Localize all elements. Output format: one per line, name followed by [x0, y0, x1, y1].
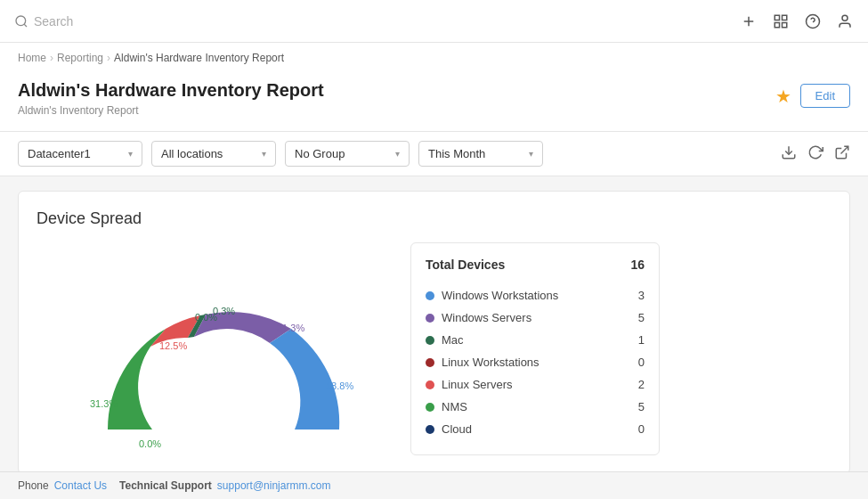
- breadcrumb: Home › Reporting › Aldwin's Hardware Inv…: [0, 43, 868, 73]
- legend-dot: [426, 425, 434, 434]
- contact-link[interactable]: Contact Us: [54, 479, 107, 492]
- group-filter[interactable]: No Group ▾: [285, 141, 410, 167]
- legend-dot: [426, 291, 434, 300]
- legend-rows: Windows Workstations 3 Windows Servers 5…: [426, 284, 645, 440]
- period-filter[interactable]: This Month ▾: [418, 141, 543, 167]
- search-placeholder: Search: [34, 14, 73, 29]
- search-icon: [14, 14, 28, 29]
- legend-count: 3: [638, 289, 645, 302]
- legend-row: Linux Workstations 0: [426, 351, 645, 373]
- donut-chart: 31.3% 0.0% 12.5% 0.0% 0.3% 31.3% 18.8%: [37, 242, 410, 447]
- legend-label: Linux Workstations: [442, 356, 539, 369]
- share-icon[interactable]: [834, 144, 850, 164]
- legend-label: Cloud: [442, 422, 472, 436]
- legend-label: Linux Servers: [442, 378, 512, 391]
- help-icon[interactable]: [804, 12, 822, 30]
- chart-container: 31.3% 0.0% 12.5% 0.0% 0.3% 31.3% 18.8%: [37, 242, 375, 429]
- refresh-icon[interactable]: [807, 144, 823, 164]
- legend-row: Cloud 0: [426, 418, 645, 440]
- label-mac2: 0.3%: [213, 306, 235, 316]
- legend-label: Mac: [442, 333, 464, 347]
- legend-row: Mac 1: [426, 329, 645, 351]
- header-left: Aldwin's Hardware Inventory Report Aldwi…: [18, 80, 324, 117]
- period-value: This Month: [428, 147, 485, 160]
- group-value: No Group: [295, 147, 345, 160]
- legend-row: NMS 5: [426, 396, 645, 418]
- breadcrumb-home[interactable]: Home: [18, 52, 46, 64]
- breadcrumb-current: Aldwin's Hardware Inventory Report: [114, 52, 284, 64]
- locations-value: All locations: [161, 147, 223, 160]
- legend-dot: [426, 336, 434, 345]
- grid-icon[interactable]: [772, 12, 790, 30]
- filter-actions: [781, 144, 850, 164]
- breadcrumb-reporting[interactable]: Reporting: [57, 52, 103, 64]
- nav-icons: [740, 12, 854, 30]
- group-chevron: ▾: [395, 149, 400, 159]
- favorite-icon[interactable]: ★: [775, 86, 791, 107]
- footer: Phone Contact Us Technical Support suppo…: [0, 471, 868, 499]
- main-content: Device Spread: [0, 176, 868, 499]
- user-icon[interactable]: [836, 12, 854, 30]
- legend-header: Total Devices 16: [426, 258, 645, 272]
- svg-point-6: [842, 15, 848, 20]
- legend-label: NMS: [442, 400, 467, 413]
- label-nms: 31.3%: [90, 398, 118, 409]
- breadcrumb-sep-2: ›: [107, 52, 110, 64]
- support-email[interactable]: support@ninjarmm.com: [217, 479, 331, 492]
- datacenter-chevron: ▾: [128, 149, 133, 159]
- breadcrumb-sep-1: ›: [50, 52, 53, 64]
- search-area[interactable]: Search: [14, 14, 729, 29]
- header-right: ★ Edit: [775, 84, 850, 108]
- label-win-ws: 18.8%: [326, 380, 353, 391]
- edit-button[interactable]: Edit: [800, 84, 850, 108]
- page-subtitle: Aldwin's Inventory Report: [18, 104, 324, 117]
- period-chevron: ▾: [529, 149, 533, 159]
- label-linux-srv: 12.5%: [159, 340, 187, 351]
- device-spread-card: Device Spread: [18, 191, 850, 474]
- add-icon[interactable]: [740, 12, 758, 30]
- legend-dot: [426, 358, 434, 367]
- label-win-srv: 31.3%: [277, 323, 304, 333]
- svg-line-8: [841, 146, 848, 153]
- legend-row: Windows Servers 5: [426, 307, 645, 329]
- legend-count: 0: [638, 356, 645, 369]
- chart-area: 31.3% 0.0% 12.5% 0.0% 0.3% 31.3% 18.8% T…: [37, 242, 831, 455]
- legend-table: Total Devices 16 Windows Workstations 3 …: [410, 242, 660, 455]
- svg-rect-3: [775, 22, 779, 27]
- datacenter-filter[interactable]: Datacenter1 ▾: [18, 141, 142, 167]
- phone-label: Phone: [18, 479, 49, 492]
- datacenter-value: Datacenter1: [28, 147, 91, 160]
- svg-rect-4: [783, 22, 787, 27]
- label-nms-bottom: 0.0%: [139, 438, 161, 447]
- page-header: Aldwin's Hardware Inventory Report Aldwi…: [0, 73, 868, 132]
- total-count: 16: [630, 258, 645, 272]
- inner-cutout: [152, 358, 295, 447]
- legend-row: Linux Servers 2: [426, 373, 645, 396]
- total-label: Total Devices: [426, 258, 505, 272]
- legend-count: 1: [638, 333, 645, 347]
- download-icon[interactable]: [781, 144, 797, 164]
- legend-label: Windows Workstations: [442, 289, 558, 302]
- svg-point-0: [16, 16, 26, 26]
- support-label: Technical Support: [119, 479, 212, 492]
- legend-dot: [426, 403, 434, 412]
- locations-filter[interactable]: All locations ▾: [151, 141, 276, 167]
- svg-rect-1: [775, 15, 779, 20]
- page-title: Aldwin's Hardware Inventory Report: [18, 80, 324, 101]
- legend-dot: [426, 314, 434, 323]
- filters-bar: Datacenter1 ▾ All locations ▾ No Group ▾…: [0, 132, 868, 176]
- locations-chevron: ▾: [262, 149, 266, 159]
- legend-count: 5: [638, 400, 645, 413]
- legend-count: 0: [638, 422, 645, 436]
- top-nav: Search: [0, 0, 868, 43]
- legend-dot: [426, 380, 434, 389]
- legend-row: Windows Workstations 3: [426, 284, 645, 307]
- legend-label: Windows Servers: [442, 311, 531, 324]
- svg-rect-2: [783, 15, 787, 20]
- legend-count: 5: [638, 311, 645, 324]
- card-title: Device Spread: [37, 209, 831, 228]
- legend-count: 2: [638, 378, 645, 391]
